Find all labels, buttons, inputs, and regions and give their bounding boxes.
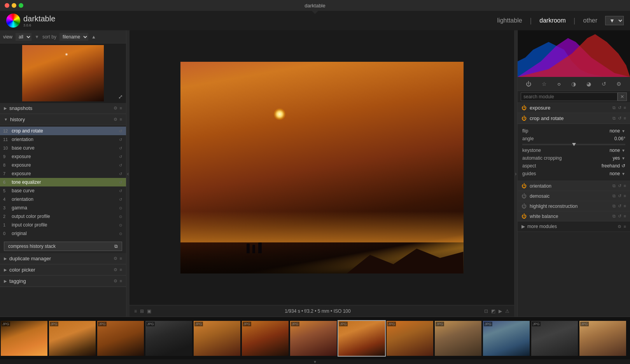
filmstrip-item[interactable]: JPG bbox=[483, 321, 530, 356]
play-icon[interactable]: ▶ bbox=[499, 308, 502, 314]
filmstrip-item[interactable]: JPG bbox=[194, 321, 240, 356]
history-settings-icon[interactable]: ⚙ bbox=[114, 117, 117, 122]
maximize-button[interactable] bbox=[19, 3, 23, 8]
right-collapse-arrow[interactable]: › bbox=[514, 30, 517, 317]
highlight-reset-icon[interactable]: ↺ bbox=[618, 204, 621, 209]
guides-dropdown-icon[interactable]: ▼ bbox=[621, 172, 625, 176]
filmstrip-item[interactable]: JPG bbox=[531, 321, 578, 356]
flip-dropdown-icon[interactable]: ▼ bbox=[621, 129, 625, 133]
filmstrip-item-selected[interactable]: JPG bbox=[338, 321, 385, 356]
orientation-module[interactable]: ⏻ orientation ⧉ ↺ ≡ bbox=[518, 181, 630, 191]
demosaic-copy-icon[interactable]: ⧉ bbox=[612, 193, 616, 199]
view-all-select[interactable]: all bbox=[16, 33, 32, 41]
duplicate-manager-header[interactable]: ▶ duplicate manager ⚙ ≡ bbox=[0, 253, 126, 264]
filmstrip-bottom-arrow[interactable]: ▼ bbox=[0, 359, 630, 364]
white-balance-copy-icon[interactable]: ⧉ bbox=[612, 214, 616, 219]
demosaic-reset-icon[interactable]: ↺ bbox=[618, 193, 621, 199]
filmstrip-item[interactable]: JPG bbox=[579, 321, 626, 356]
softproof-icon[interactable]: ◩ bbox=[491, 308, 495, 314]
color-profile-icon[interactable]: ⊡ bbox=[484, 308, 488, 314]
snapshots-header[interactable]: ▶ snapshots ⚙ ≡ bbox=[0, 103, 126, 114]
duplicate-settings-icon[interactable]: ⚙ bbox=[114, 256, 117, 261]
duplicate-menu-icon[interactable]: ≡ bbox=[120, 256, 122, 261]
history-item[interactable]: 4 orientation ↺ bbox=[0, 195, 126, 204]
filmstrip-item[interactable]: JPG bbox=[290, 321, 337, 356]
nav-lighttable[interactable]: lighttable bbox=[494, 16, 525, 26]
white-balance-menu-icon[interactable]: ≡ bbox=[624, 214, 626, 219]
exposure-copy-icon[interactable]: ⧉ bbox=[612, 105, 616, 110]
history-item[interactable]: 9 exposure ↺ bbox=[0, 152, 126, 161]
auto-crop-dropdown-icon[interactable]: ▼ bbox=[621, 156, 625, 160]
history-item[interactable]: 8 exposure ↺ bbox=[0, 161, 126, 169]
aspect-refresh-icon[interactable]: ↺ bbox=[621, 163, 625, 169]
history-item[interactable]: 1 input color profile ⊙ bbox=[0, 221, 126, 229]
angle-slider-track[interactable] bbox=[522, 144, 625, 145]
crop-rotate-reset-icon[interactable]: ↺ bbox=[618, 116, 621, 121]
search-module-button[interactable]: ✕ bbox=[618, 92, 627, 101]
highlight-menu-icon[interactable]: ≡ bbox=[624, 204, 626, 209]
star-filter-icon[interactable]: ☆ bbox=[540, 79, 548, 89]
exposure-module-header[interactable]: ⏻ exposure ⧉ ↺ ≡ bbox=[518, 103, 630, 113]
filmstrip-item[interactable]: JPG bbox=[97, 321, 144, 356]
highlight-reconstruction-module[interactable]: ⏻ highlight reconstruction ⧉ ↺ ≡ bbox=[518, 201, 630, 211]
refresh-filter-icon[interactable]: ↺ bbox=[600, 79, 608, 89]
highlight-copy-icon[interactable]: ⧉ bbox=[612, 204, 616, 209]
orientation-copy-icon[interactable]: ⧉ bbox=[612, 183, 616, 188]
filmstrip-item[interactable]: JPG bbox=[1, 321, 47, 356]
warning-icon[interactable]: ⚠ bbox=[505, 308, 509, 314]
white-balance-reset-icon[interactable]: ↺ bbox=[618, 214, 621, 219]
filmstrip-item[interactable]: JPG bbox=[387, 321, 433, 356]
more-modules-menu-icon[interactable]: ≡ bbox=[624, 224, 626, 229]
snapshots-menu-icon[interactable]: ≡ bbox=[120, 106, 122, 111]
filmstrip-item[interactable]: JPG bbox=[242, 321, 289, 356]
display-icon[interactable]: ▣ bbox=[147, 308, 151, 314]
nav-dropdown[interactable]: ▼ bbox=[605, 16, 624, 25]
minimize-button[interactable] bbox=[12, 3, 16, 8]
more-modules-section[interactable]: ▶ more modules ⚙ ≡ bbox=[518, 221, 630, 232]
more-modules-settings-icon[interactable]: ⚙ bbox=[618, 224, 621, 229]
history-item[interactable]: 6 tone equalizer ↺ bbox=[0, 178, 126, 186]
exposure-menu-icon[interactable]: ≡ bbox=[624, 105, 626, 110]
left-collapse-arrow[interactable]: ‹ bbox=[126, 30, 130, 317]
history-header[interactable]: ▼ history ⚙ ≡ bbox=[0, 114, 126, 125]
expand-icon[interactable]: ⤢ bbox=[118, 94, 123, 100]
search-module-input[interactable] bbox=[521, 92, 618, 101]
orientation-reset-icon[interactable]: ↺ bbox=[618, 183, 621, 188]
color-filter-icon[interactable]: ◕ bbox=[585, 79, 593, 89]
keystone-dropdown-icon[interactable]: ▼ bbox=[621, 148, 625, 153]
white-balance-module[interactable]: ⏻ white balance ⧉ ↺ ≡ bbox=[518, 211, 630, 221]
power-filter-icon[interactable]: ⏻ bbox=[524, 79, 533, 89]
history-item[interactable]: 3 gamma ⊙ bbox=[0, 204, 126, 212]
overlay-icon[interactable]: ≡ bbox=[134, 308, 137, 314]
sort-by-select[interactable]: filename bbox=[60, 33, 88, 41]
compress-history-button[interactable]: compress history stack ⧉ bbox=[4, 242, 122, 251]
circle-filter-icon[interactable]: ○ bbox=[556, 79, 562, 89]
snapshots-settings-icon[interactable]: ⚙ bbox=[114, 106, 117, 111]
nav-darkroom[interactable]: darkroom bbox=[536, 16, 569, 26]
colorpicker-settings-icon[interactable]: ⚙ bbox=[114, 267, 117, 272]
tagging-settings-icon[interactable]: ⚙ bbox=[114, 279, 117, 284]
history-item[interactable]: 2 output color profile ⊙ bbox=[0, 212, 126, 221]
tagging-header[interactable]: ▶ tagging ⚙ ≡ bbox=[0, 276, 126, 287]
history-item[interactable]: 0 original ⊙ bbox=[0, 229, 126, 238]
crop-rotate-header[interactable]: ⏻ crop and rotate ⧉ ↺ ≡ bbox=[518, 113, 630, 124]
demosaic-menu-icon[interactable]: ≡ bbox=[624, 193, 626, 199]
crop-rotate-menu-icon[interactable]: ≡ bbox=[624, 116, 626, 121]
history-item[interactable]: 10 base curve ↺ bbox=[0, 144, 126, 152]
history-item[interactable]: 11 orientation ↺ bbox=[0, 135, 126, 144]
filmstrip-item[interactable]: JPG bbox=[435, 321, 481, 356]
color-picker-header[interactable]: ▶ color picker ⚙ ≡ bbox=[0, 265, 126, 275]
gear-filter-icon[interactable]: ⚙ bbox=[615, 79, 623, 89]
history-item[interactable]: 7 exposure ↺ bbox=[0, 169, 126, 178]
grid-icon[interactable]: ⊞ bbox=[140, 308, 144, 314]
exposure-reset-icon[interactable]: ↺ bbox=[618, 105, 621, 110]
close-button[interactable] bbox=[5, 3, 9, 8]
demosaic-module[interactable]: ⏻ demosaic ⧉ ↺ ≡ bbox=[518, 191, 630, 201]
crop-rotate-copy-icon[interactable]: ⧉ bbox=[612, 116, 616, 121]
filmstrip-item[interactable]: JPG bbox=[145, 321, 192, 356]
colorpicker-menu-icon[interactable]: ≡ bbox=[120, 267, 122, 272]
half-circle-filter-icon[interactable]: ◑ bbox=[570, 79, 578, 89]
orientation-menu-icon[interactable]: ≡ bbox=[624, 183, 626, 188]
history-item[interactable]: 12 crop and rotate ↺ bbox=[0, 127, 126, 135]
filmstrip-item[interactable]: JPG bbox=[49, 321, 96, 356]
